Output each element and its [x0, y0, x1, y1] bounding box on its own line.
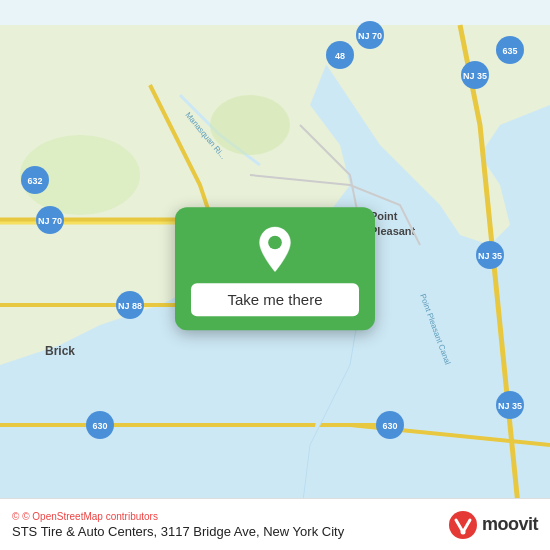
svg-text:Pleasant: Pleasant — [370, 225, 416, 237]
svg-text:Brick: Brick — [45, 344, 75, 358]
osm-attribution: © © OpenStreetMap contributors — [12, 511, 344, 522]
svg-text:NJ 70: NJ 70 — [38, 216, 62, 226]
osm-credit-text: © OpenStreetMap contributors — [22, 511, 158, 522]
map-container: NJ 70 NJ 35 NJ 35 NJ 35 48 NJ 70 635 632… — [0, 0, 550, 550]
svg-text:NJ 35: NJ 35 — [498, 401, 522, 411]
svg-text:635: 635 — [502, 46, 517, 56]
svg-text:630: 630 — [92, 421, 107, 431]
bottom-bar: © © OpenStreetMap contributors STS Tire … — [0, 498, 550, 550]
svg-text:NJ 70: NJ 70 — [358, 31, 382, 41]
moovit-icon — [448, 510, 478, 540]
bottom-info: © © OpenStreetMap contributors STS Tire … — [12, 511, 344, 539]
svg-text:632: 632 — [27, 176, 42, 186]
location-address: STS Tire & Auto Centers, 3117 Bridge Ave… — [12, 524, 344, 539]
svg-text:NJ 35: NJ 35 — [463, 71, 487, 81]
moovit-logo: moovit — [448, 510, 538, 540]
moovit-wordmark: moovit — [482, 514, 538, 535]
copyright-symbol: © — [12, 511, 19, 522]
svg-point-32 — [460, 529, 465, 534]
map-pin-icon — [251, 225, 299, 273]
svg-point-2 — [210, 95, 290, 155]
svg-point-30 — [268, 236, 282, 250]
svg-text:NJ 88: NJ 88 — [118, 301, 142, 311]
svg-text:48: 48 — [335, 51, 345, 61]
take-me-there-button[interactable]: Take me there — [191, 283, 359, 316]
svg-text:630: 630 — [382, 421, 397, 431]
svg-text:NJ 35: NJ 35 — [478, 251, 502, 261]
svg-point-31 — [449, 511, 477, 539]
location-card: Take me there — [175, 207, 375, 330]
